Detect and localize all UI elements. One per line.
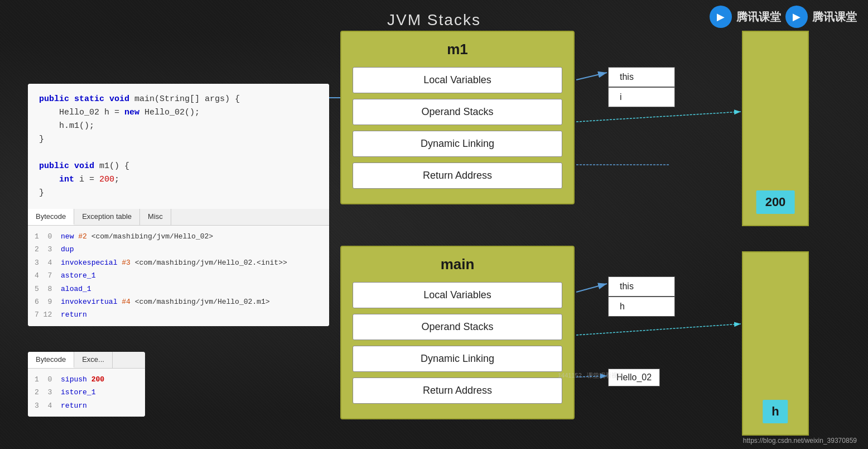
code-line-8: } — [39, 187, 318, 200]
bytecode-row-7: 7 12 return — [35, 308, 322, 321]
m1-return-address: Return Address — [353, 163, 562, 189]
bytecode-area-2: 1 0 sipush 200 2 3 istore_1 3 4 return — [28, 369, 145, 417]
m1-dynamic-linking: Dynamic Linking — [353, 131, 562, 157]
tab-bytecode-2[interactable]: Bytecode — [28, 352, 74, 368]
logo-text1: 腾讯课堂 — [736, 9, 781, 25]
tab-bar-2: Bytecode Exce... — [28, 352, 145, 369]
main-stack-frame: main Local Variables Operand Stacks Dyna… — [340, 246, 575, 419]
code-panel-m1: Bytecode Exce... 1 0 sipush 200 2 3 isto… — [28, 352, 145, 417]
bytecode-area-1: 1 0 new #2 <com/mashibing/jvm/Hello_02> … — [28, 226, 329, 326]
code-line-6: public void m1() { — [39, 160, 318, 173]
tab-bytecode-1[interactable]: Bytecode — [28, 209, 74, 225]
logo-icon2: ▶ — [785, 6, 808, 28]
url-text: https://blog.csdn.net/weixin_39370859 — [743, 437, 857, 445]
main-locals-container: this h — [608, 276, 675, 317]
svg-line-3 — [576, 112, 741, 122]
m1-this-cell: this — [608, 67, 675, 87]
tab-bar-1: Bytecode Exception table Misc — [28, 209, 329, 226]
main-local-variables: Local Variables — [353, 282, 562, 308]
logo-icon1: ▶ — [710, 6, 732, 28]
tab-misc-1[interactable]: Misc — [140, 209, 171, 225]
m1-locals-container: this i — [608, 67, 675, 107]
code-line-5 — [39, 146, 318, 160]
main-dynamic-linking: Dynamic Linking — [353, 346, 562, 372]
bytecode2-row-1: 1 0 sipush 200 — [35, 373, 138, 386]
value-h: h — [763, 400, 788, 423]
bytecode-row-1: 1 0 new #2 <com/mashibing/jvm/Hello_02> — [35, 230, 322, 243]
logo-area: ▶ 腾讯课堂 ▶ 腾讯课堂 — [710, 6, 857, 28]
code-area: public static void main(String[] args) {… — [28, 84, 329, 209]
main-frame-title: main — [353, 256, 562, 273]
bytecode-row-6: 6 9 invokevirtual #4 <com/mashibing/jvm/… — [35, 295, 322, 308]
bytecode2-row-2: 2 3 istore_1 — [35, 386, 138, 399]
code-line-7: int i = 200; — [39, 173, 318, 187]
tab-exception-1[interactable]: Exception table — [74, 209, 140, 225]
right-rect-top: 200 — [742, 31, 809, 226]
m1-local-variables: Local Variables — [353, 67, 562, 93]
code-line-3: h.m1(); — [39, 120, 318, 133]
main-this-cell: this — [608, 276, 675, 297]
m1-i-cell: i — [608, 87, 675, 107]
code-line-1: public static void main(String[] args) { — [39, 93, 318, 106]
code-panel-main: public static void main(String[] args) {… — [28, 84, 329, 326]
main-h-cell: h — [608, 297, 675, 317]
bytecode-row-2: 2 3 dup — [35, 243, 322, 256]
m1-frame-title: m1 — [353, 41, 562, 58]
bytecode-row-3: 3 4 invokespecial #3 <com/mashibing/jvm/… — [35, 256, 322, 269]
tab-exc-2[interactable]: Exce... — [74, 352, 113, 368]
code-line-2: Hello_02 h = new Hello_02(); — [39, 106, 318, 120]
m1-operand-stacks: Operand Stacks — [353, 99, 562, 125]
bytecode-row-5: 5 8 aload_1 — [35, 283, 322, 295]
value-200: 200 — [756, 190, 795, 214]
page-title: JVM Stacks — [387, 11, 481, 29]
svg-line-6 — [576, 324, 741, 335]
bytecode-row-4: 4 7 astore_1 — [35, 269, 322, 282]
main-return-address: Return Address — [353, 378, 562, 404]
main-frame: main Local Variables Operand Stacks Dyna… — [340, 246, 575, 431]
svg-line-2 — [576, 73, 607, 80]
svg-line-5 — [576, 284, 607, 292]
m1-stack-frame: m1 Local Variables Operand Stacks Dynami… — [340, 31, 575, 204]
code-line-4: } — [39, 133, 318, 146]
main-operand-stacks: Operand Stacks — [353, 314, 562, 340]
bytecode2-row-3: 3 4 return — [35, 399, 138, 412]
m1-frame: m1 Local Variables Operand Stacks Dynami… — [340, 31, 575, 216]
logo-text2: 腾讯课堂 — [812, 9, 857, 25]
watermark: 1441152...课堂观看视频 — [558, 371, 624, 380]
right-rect-bottom: h — [742, 251, 809, 436]
